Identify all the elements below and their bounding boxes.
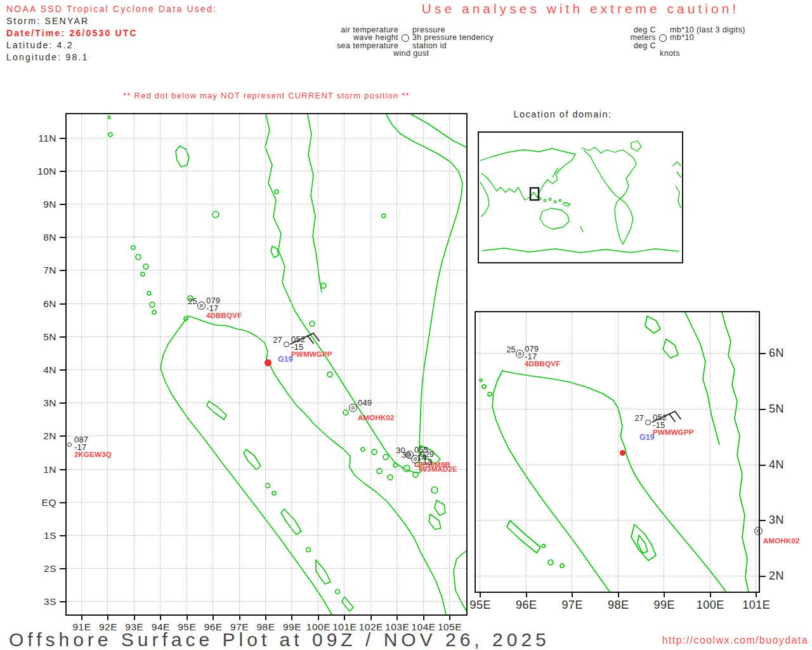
x-axis-label: 98E (602, 599, 635, 612)
x-axis-tick (265, 616, 266, 620)
y-axis-tick (60, 535, 65, 536)
y-axis-label: EQ (23, 497, 56, 508)
y-axis-label: 4N (769, 458, 784, 472)
station-id-label: 4DBBQVF (525, 360, 560, 368)
y-axis-tick (60, 138, 65, 139)
grid-line-vertical (134, 114, 134, 614)
latitude-line: Latitude: 4.2 (6, 39, 217, 51)
y-axis-label: 5N (23, 331, 56, 343)
station-double-circle-inner-icon (200, 304, 203, 307)
world-coastlines (479, 133, 682, 262)
y-axis-label: 3N (23, 397, 56, 409)
y-axis-tick (60, 171, 65, 172)
y-axis-label: 9N (23, 199, 56, 210)
y-axis-label: 11N (23, 133, 56, 144)
grid-line-vertical (449, 114, 450, 614)
x-axis-label: 100E (694, 599, 727, 612)
storm-name-line: Storm: SENYAR (6, 15, 217, 27)
grid-line-horizontal (67, 270, 466, 270)
x-axis-label: 105E (433, 621, 466, 633)
legend-row: wind gust (317, 50, 494, 57)
station-units-legend: deg C mb*10 (last 3 digits) meters mb*10… (601, 26, 745, 58)
station-id-label: PWMWGPP (291, 350, 332, 358)
x-axis-tick (449, 616, 450, 620)
x-axis-tick (107, 616, 108, 620)
grid-line-vertical (107, 114, 108, 614)
x-axis-tick (396, 616, 398, 620)
grid-line-vertical (710, 312, 710, 592)
legend-spacer (656, 26, 670, 34)
y-axis-label: 3S (23, 596, 56, 607)
x-axis-tick (526, 593, 527, 597)
grid-line-vertical (423, 114, 424, 614)
caution-headline: Use analyses with extreme caution! (377, 1, 783, 17)
grid-line-vertical (664, 312, 664, 592)
y-axis-label: 7N (23, 265, 56, 276)
grid-line-horizontal (67, 601, 466, 602)
grid-line-vertical (396, 114, 397, 614)
y-axis-tick (60, 469, 65, 470)
grid-line-horizontal (67, 336, 466, 337)
x-axis-tick (370, 616, 372, 620)
y-axis-tick (60, 204, 65, 205)
grid-line-horizontal (476, 520, 759, 521)
y-axis-tick (60, 601, 65, 602)
station-id-label: AMOHK02 (763, 537, 800, 545)
y-axis-tick (60, 270, 65, 271)
legend-wave-height: wave height (317, 34, 398, 41)
y-axis-label: 8N (23, 232, 56, 243)
grid-line-horizontal (476, 576, 759, 576)
y-axis-label: 6N (769, 347, 784, 360)
air-temperature-value: 25 (506, 345, 516, 354)
air-temperature-value: 27 (634, 413, 644, 423)
x-axis-tick (291, 616, 292, 620)
grid-line-horizontal (67, 171, 466, 171)
grid-line-vertical (291, 114, 292, 614)
air-temperature-value: 25 (188, 296, 197, 306)
station-double-circle-inner-icon (414, 458, 417, 461)
grid-line-vertical (756, 312, 756, 592)
y-axis-label: 4N (23, 364, 56, 376)
grid-line-horizontal (67, 435, 466, 436)
offshore-surface-plot-page: { "colors": { "coast_green": "#00c800", … (0, 0, 812, 650)
y-axis-tick (760, 465, 766, 466)
x-axis-tick (213, 616, 214, 620)
pressure-value: 049 (358, 398, 372, 408)
legend-spacer (398, 26, 412, 34)
grid-line-horizontal (476, 465, 759, 465)
grid-line-vertical (81, 114, 82, 614)
grid-line-vertical (160, 114, 160, 614)
grid-line-horizontal (67, 204, 466, 204)
x-axis-tick (618, 593, 619, 597)
inset-title: Location of domain: (478, 109, 648, 119)
legend-spacer (656, 42, 670, 50)
y-axis-tick (60, 369, 65, 371)
grid-line-vertical (370, 114, 371, 614)
grid-line-vertical (480, 312, 480, 592)
x-axis-label: 96E (510, 599, 543, 612)
station-extra-label: G19 (278, 355, 293, 364)
station-small-circle-icon (67, 442, 72, 447)
legend-spacer (398, 50, 412, 57)
grid-line-horizontal (67, 469, 466, 470)
station-id-label: 4DBBQVF (206, 312, 242, 319)
station-circle-icon (659, 34, 667, 42)
legend-spacer (656, 50, 670, 57)
station-extra-label: G19 (639, 433, 655, 442)
storm-position-dot-main (265, 359, 272, 366)
y-axis-tick (760, 409, 766, 410)
grid-line-vertical (318, 114, 318, 614)
x-axis-tick (572, 593, 573, 597)
y-axis-label: 5N (769, 402, 784, 416)
x-axis-tick (664, 593, 665, 597)
grid-line-horizontal (67, 138, 466, 138)
y-axis-tick (60, 237, 65, 238)
y-axis-tick (760, 353, 766, 354)
legend-circle-cell (656, 34, 670, 41)
legend-spacer (398, 42, 412, 50)
y-axis-tick (60, 435, 65, 437)
legend-row: knots (601, 50, 745, 57)
wind-barb-icon (646, 402, 686, 427)
legend-row: wave height 3h pressure tendency (317, 34, 494, 41)
legend-row: meters mb*10 (601, 34, 745, 41)
